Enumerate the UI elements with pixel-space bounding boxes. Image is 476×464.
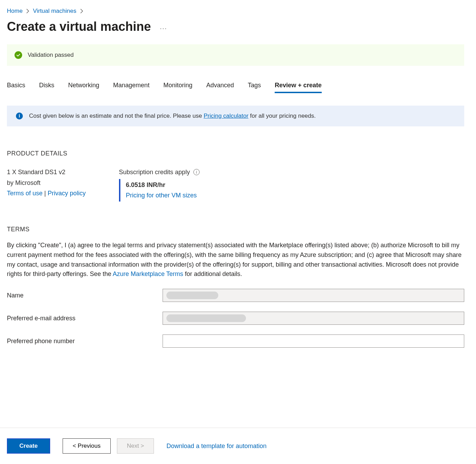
pricing-info-banner: i Cost given below is an estimate and no… bbox=[7, 106, 464, 126]
info-text: Cost given below is an estimate and not … bbox=[29, 113, 316, 119]
phone-input[interactable] bbox=[163, 334, 464, 348]
name-label: Name bbox=[7, 292, 163, 299]
breadcrumb: Home Virtual machines bbox=[7, 6, 464, 19]
next-button: Next > bbox=[117, 438, 154, 454]
terms-heading: TERMS bbox=[7, 226, 464, 233]
tab-networking[interactable]: Networking bbox=[68, 82, 99, 93]
product-details-heading: PRODUCT DETAILS bbox=[7, 150, 464, 157]
chevron-right-icon bbox=[26, 9, 29, 14]
price-value: 6.0518 INR/hr bbox=[126, 180, 197, 190]
terms-of-use-link[interactable]: Terms of use bbox=[7, 190, 43, 197]
terms-body: By clicking "Create", I (a) agree to the… bbox=[7, 241, 464, 279]
tabs: Basics Disks Networking Management Monit… bbox=[7, 82, 464, 93]
redacted-name-placeholder bbox=[166, 292, 218, 299]
tab-disks[interactable]: Disks bbox=[39, 82, 54, 93]
privacy-policy-link[interactable]: Privacy policy bbox=[48, 190, 86, 197]
download-template-link[interactable]: Download a template for automation bbox=[166, 443, 266, 450]
more-actions-button[interactable]: ··· bbox=[159, 24, 168, 33]
info-outline-icon[interactable]: i bbox=[193, 169, 200, 175]
credits-apply-text: Subscription credits apply bbox=[119, 167, 190, 178]
tab-advanced[interactable]: Advanced bbox=[206, 82, 234, 93]
product-publisher: by Microsoft bbox=[7, 178, 86, 188]
name-field bbox=[163, 289, 464, 302]
check-circle-icon bbox=[15, 51, 22, 59]
validation-text: Validation passed bbox=[28, 52, 74, 59]
pricing-calculator-link[interactable]: Pricing calculator bbox=[204, 113, 248, 119]
info-icon: i bbox=[16, 113, 23, 119]
tab-tags[interactable]: Tags bbox=[248, 82, 261, 93]
marketplace-terms-link[interactable]: Azure Marketplace Terms bbox=[113, 270, 183, 277]
product-name: 1 X Standard DS1 v2 bbox=[7, 167, 86, 178]
tab-review-create[interactable]: Review + create bbox=[275, 82, 322, 93]
create-button[interactable]: Create bbox=[7, 438, 50, 454]
email-field bbox=[163, 312, 464, 325]
tab-management[interactable]: Management bbox=[113, 82, 149, 93]
breadcrumb-virtual-machines[interactable]: Virtual machines bbox=[33, 8, 76, 15]
pricing-other-sizes-link[interactable]: Pricing for other VM sizes bbox=[126, 192, 197, 199]
previous-button[interactable]: < Previous bbox=[63, 438, 111, 454]
redacted-email-placeholder bbox=[166, 314, 246, 322]
tab-basics[interactable]: Basics bbox=[7, 82, 25, 93]
email-label: Preferred e-mail address bbox=[7, 315, 163, 322]
breadcrumb-home[interactable]: Home bbox=[7, 8, 22, 15]
chevron-right-icon bbox=[80, 9, 83, 14]
phone-label: Preferred phone number bbox=[7, 338, 163, 345]
tab-monitoring[interactable]: Monitoring bbox=[163, 82, 192, 93]
page-title: Create a virtual machine bbox=[7, 19, 151, 34]
validation-banner: Validation passed bbox=[7, 44, 464, 66]
wizard-footer: Create < Previous Next > Download a temp… bbox=[0, 428, 476, 464]
